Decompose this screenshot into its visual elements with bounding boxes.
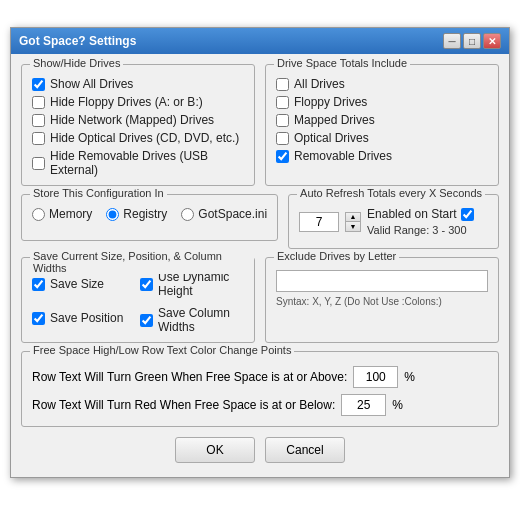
red-unit: % [392,398,403,412]
title-bar: Got Space? Settings ─ □ ✕ [11,28,509,54]
floppy-drives-label[interactable]: Floppy Drives [294,95,367,109]
maximize-button[interactable]: □ [463,33,481,49]
removable-drives-label[interactable]: Removable Drives [294,149,392,163]
use-dynamic-checkbox[interactable] [140,278,153,291]
window-title: Got Space? Settings [19,34,136,48]
hide-removable-label[interactable]: Hide Removable Drives (USB External) [50,149,244,177]
green-threshold-input[interactable] [353,366,398,388]
save-columns-label[interactable]: Save Column Widths [158,306,244,334]
store-config-options: Memory Registry GotSpace.ini [32,207,267,221]
drive-space-label: Drive Space Totals Include [274,57,410,69]
save-columns-checkbox[interactable] [140,314,153,327]
mapped-drives-label[interactable]: Mapped Drives [294,113,375,127]
save-position-label[interactable]: Save Position [50,311,123,325]
title-bar-controls: ─ □ ✕ [443,33,501,49]
all-drives-row: All Drives [276,77,488,91]
all-drives-label[interactable]: All Drives [294,77,345,91]
show-all-label[interactable]: Show All Drives [50,77,133,91]
hide-floppy-label[interactable]: Hide Floppy Drives (A: or B:) [50,95,203,109]
enabled-row: Enabled on Start [367,207,474,221]
hide-optical-label[interactable]: Hide Optical Drives (CD, DVD, etc.) [50,131,239,145]
mapped-drives-row: Mapped Drives [276,113,488,127]
enabled-label[interactable]: Enabled on Start [367,207,456,221]
gotspaceini-radio[interactable] [181,208,194,221]
optical-drives-row: Optical Drives [276,131,488,145]
hide-network-row: Hide Network (Mapped) Drives [32,113,244,127]
optical-drives-label[interactable]: Optical Drives [294,131,369,145]
spinner-container: ▲ ▼ Enabled on Start Valid Range: 3 - 30… [299,207,488,236]
save-size-label[interactable]: Save Size [50,277,104,291]
bottom-row: Save Current Size, Position, & Column Wi… [21,257,499,343]
floppy-drives-checkbox[interactable] [276,96,289,109]
store-config-group: Store This Configuration In Memory Regis… [21,194,278,241]
hide-removable-checkbox[interactable] [32,157,45,170]
memory-radio[interactable] [32,208,45,221]
drive-space-group: Drive Space Totals Include All Drives Fl… [265,64,499,186]
range-text: Valid Range: 3 - 300 [367,224,474,236]
red-row: Row Text Will Turn Red When Free Space i… [32,394,488,416]
cancel-button[interactable]: Cancel [265,437,345,463]
free-space-group: Free Space High/Low Row Text Color Chang… [21,351,499,427]
registry-label[interactable]: Registry [123,207,167,221]
hide-removable-row: Hide Removable Drives (USB External) [32,149,244,177]
hide-optical-checkbox[interactable] [32,132,45,145]
gotspaceini-label[interactable]: GotSpace.ini [198,207,267,221]
save-position-row: Save Position [32,306,136,330]
auto-refresh-group: Auto Refresh Totals every X Seconds ▲ ▼ … [288,194,499,249]
use-dynamic-row: Use Dynamic Height [140,270,244,298]
green-unit: % [404,370,415,384]
auto-refresh-label: Auto Refresh Totals every X Seconds [297,187,485,199]
middle-row: Store This Configuration In Memory Regis… [21,194,499,249]
save-size-checkbox[interactable] [32,278,45,291]
memory-radio-row: Memory [32,207,92,221]
syntax-text: Syntax: X, Y, Z (Do Not Use :Colons:) [276,296,488,307]
enabled-checkbox[interactable] [461,208,474,221]
red-label: Row Text Will Turn Red When Free Space i… [32,398,335,412]
spinner-up-button[interactable]: ▲ [346,213,360,223]
save-config-group: Save Current Size, Position, & Column Wi… [21,257,255,343]
mapped-drives-checkbox[interactable] [276,114,289,127]
green-label: Row Text Will Turn Green When Free Space… [32,370,347,384]
all-drives-checkbox[interactable] [276,78,289,91]
show-all-row: Show All Drives [32,77,244,91]
content-area: Show/Hide Drives Show All Drives Hide Fl… [11,54,509,477]
gotspaceini-radio-row: GotSpace.ini [181,207,267,221]
show-all-checkbox[interactable] [32,78,45,91]
ok-button[interactable]: OK [175,437,255,463]
exclude-drives-input[interactable] [276,270,488,292]
show-hide-group: Show/Hide Drives Show All Drives Hide Fl… [21,64,255,186]
removable-drives-row: Removable Drives [276,149,488,163]
show-hide-label: Show/Hide Drives [30,57,123,69]
hide-floppy-row: Hide Floppy Drives (A: or B:) [32,95,244,109]
save-columns-row: Save Column Widths [140,306,244,334]
floppy-drives-row: Floppy Drives [276,95,488,109]
registry-radio[interactable] [106,208,119,221]
save-size-row: Save Size [32,270,136,298]
close-button[interactable]: ✕ [483,33,501,49]
free-space-label: Free Space High/Low Row Text Color Chang… [30,344,294,356]
optical-drives-checkbox[interactable] [276,132,289,145]
use-dynamic-label[interactable]: Use Dynamic Height [158,270,244,298]
memory-label[interactable]: Memory [49,207,92,221]
exclude-drives-label: Exclude Drives by Letter [274,250,399,262]
refresh-interval-input[interactable] [299,212,339,232]
registry-radio-row: Registry [106,207,167,221]
exclude-drives-group: Exclude Drives by Letter Syntax: X, Y, Z… [265,257,499,343]
minimize-button[interactable]: ─ [443,33,461,49]
green-row: Row Text Will Turn Green When Free Space… [32,366,488,388]
top-row: Show/Hide Drives Show All Drives Hide Fl… [21,64,499,186]
hide-network-label[interactable]: Hide Network (Mapped) Drives [50,113,214,127]
settings-window: Got Space? Settings ─ □ ✕ Show/Hide Driv… [10,27,510,478]
hide-floppy-checkbox[interactable] [32,96,45,109]
save-position-checkbox[interactable] [32,312,45,325]
enabled-container: Enabled on Start Valid Range: 3 - 300 [367,207,474,236]
spinner-down-button[interactable]: ▼ [346,222,360,231]
save-config-label: Save Current Size, Position, & Column Wi… [30,250,254,274]
red-threshold-input[interactable] [341,394,386,416]
store-config-label: Store This Configuration In [30,187,167,199]
removable-drives-checkbox[interactable] [276,150,289,163]
hide-network-checkbox[interactable] [32,114,45,127]
spinner-arrows: ▲ ▼ [345,212,361,232]
buttons-row: OK Cancel [21,437,499,467]
hide-optical-row: Hide Optical Drives (CD, DVD, etc.) [32,131,244,145]
